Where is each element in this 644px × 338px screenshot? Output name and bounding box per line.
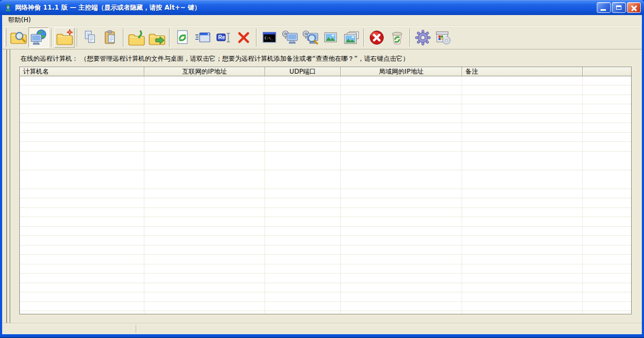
- maximize-icon: [616, 5, 621, 10]
- toolbar: Re: [2, 26, 642, 49]
- maximize-button[interactable]: [612, 2, 626, 13]
- send-to-folder-button[interactable]: [147, 27, 167, 48]
- column-header-lan-ip[interactable]: 局域网的IP地址: [341, 67, 462, 76]
- rename-icon: Re: [215, 29, 232, 46]
- list-body[interactable]: [20, 76, 631, 314]
- close-button[interactable]: [627, 2, 641, 13]
- delete-button[interactable]: [233, 27, 254, 48]
- menubar: 帮助(H): [2, 15, 642, 26]
- statusbar-left-pane: [2, 323, 136, 334]
- command-prompt-button[interactable]: C:\_: [259, 27, 280, 48]
- client-area: 在线的远程计算机： （想要管理远程计算机的文件与桌面，请双击它；想要为远程计算机…: [2, 49, 642, 323]
- paste-button[interactable]: [100, 27, 121, 48]
- toolbar-gripper[interactable]: [4, 28, 6, 47]
- send-to-folder-icon: [148, 29, 165, 46]
- column-header-blank[interactable]: [583, 67, 631, 76]
- remote-desktop-icon: [281, 29, 298, 46]
- remote-desktop-button[interactable]: [280, 27, 300, 48]
- paste-icon: [102, 29, 119, 46]
- delete-icon: [235, 29, 252, 46]
- app-icon: [4, 3, 12, 12]
- remote-search-button[interactable]: [300, 27, 320, 48]
- toolbar-separator: [77, 28, 78, 47]
- new-folder-icon: [56, 29, 73, 46]
- terminate-button[interactable]: [367, 27, 387, 48]
- menu-help[interactable]: 帮助(H): [4, 15, 34, 26]
- paste-to-folder-icon: [128, 29, 145, 46]
- window-title: 网络神偷 11.1 版 — 主控端（显示或者隐藏，请按 Alt+~ 键）: [15, 3, 597, 12]
- online-computers-caption: 在线的远程计算机： （想要管理远程计算机的文件与桌面，请双击它；想要为远程计算机…: [20, 54, 409, 63]
- panel-border-line: [6, 49, 7, 323]
- empty-recycle-icon: [389, 29, 406, 46]
- minimize-icon: [601, 9, 606, 11]
- paste-to-folder-button[interactable]: [126, 27, 147, 48]
- window-body: 帮助(H): [2, 15, 642, 334]
- column-header-remark[interactable]: 备注: [462, 67, 583, 76]
- toolbar-separator: [256, 28, 257, 47]
- column-header-internet-ip[interactable]: 互联网的IP地址: [144, 67, 265, 76]
- screenshot-button[interactable]: [320, 27, 341, 48]
- search-computer-button[interactable]: [8, 27, 28, 48]
- toolbar-separator: [169, 28, 170, 47]
- run-program-button[interactable]: [193, 27, 213, 48]
- statusbar: [2, 323, 642, 334]
- run-program-icon: [194, 29, 211, 46]
- remote-computers-list[interactable]: 计算机名 互联网的IP地址 UDP端口 局域网的IP地址 备注: [19, 67, 632, 314]
- command-prompt-icon: C:\_: [261, 29, 278, 46]
- titlebar[interactable]: 网络神偷 11.1 版 — 主控端（显示或者隐藏，请按 Alt+~ 键）: [0, 0, 644, 15]
- toolbar-separator: [363, 28, 364, 47]
- window-controls: [597, 2, 641, 13]
- statusbar-right-pane: [137, 323, 642, 334]
- svg-text:Re: Re: [218, 34, 225, 40]
- minimize-button[interactable]: [597, 2, 611, 13]
- list-header: 计算机名 互联网的IP地址 UDP端口 局域网的IP地址 备注: [20, 67, 631, 76]
- remote-search-icon: [302, 29, 319, 46]
- screenshot-icon: [322, 29, 339, 46]
- online-computers-button[interactable]: [28, 27, 49, 48]
- online-computers-icon: [30, 29, 47, 46]
- terminate-icon: [368, 29, 385, 46]
- column-header-computer-name[interactable]: 计算机名: [20, 67, 144, 76]
- empty-recycle-button[interactable]: [387, 27, 407, 48]
- settings-button[interactable]: [413, 27, 433, 48]
- copy-button[interactable]: [80, 27, 100, 48]
- panel-border-line: [10, 49, 10, 323]
- toolbar-separator: [51, 28, 52, 47]
- search-computer-icon: [10, 29, 27, 46]
- refresh-icon: [174, 29, 191, 46]
- app-window: 网络神偷 11.1 版 — 主控端（显示或者隐藏，请按 Alt+~ 键） 帮助(…: [0, 0, 644, 338]
- rename-button[interactable]: Re: [213, 27, 233, 48]
- toolbar-separator: [123, 28, 124, 47]
- about-button[interactable]: [433, 27, 453, 48]
- refresh-button[interactable]: [172, 27, 193, 48]
- column-header-udp-port[interactable]: UDP端口: [265, 67, 341, 76]
- screen-gallery-button[interactable]: [341, 27, 361, 48]
- copy-icon: [82, 29, 99, 46]
- screen-gallery-icon: [342, 29, 360, 46]
- svg-text:C:\_: C:\_: [265, 36, 273, 40]
- toolbar-separator: [409, 28, 411, 47]
- settings-icon: [414, 29, 431, 46]
- new-folder-button[interactable]: [54, 27, 75, 48]
- about-icon: [435, 29, 452, 46]
